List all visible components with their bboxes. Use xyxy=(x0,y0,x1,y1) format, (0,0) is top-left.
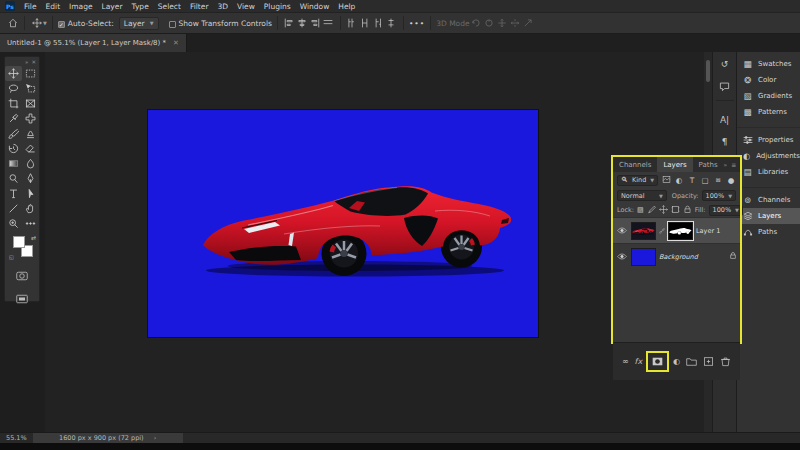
layer-thumbnail[interactable] xyxy=(631,248,656,266)
menu-layer[interactable]: Layer xyxy=(102,2,123,11)
distribute-left-icon[interactable] xyxy=(346,17,359,30)
panel-properties[interactable]: Properties xyxy=(737,132,800,148)
lock-artboard-icon[interactable] xyxy=(671,205,680,216)
layer-row-background[interactable]: Background xyxy=(613,243,740,269)
lock-all-icon[interactable] xyxy=(683,205,692,216)
foreground-color-swatch[interactable] xyxy=(13,236,25,248)
menu-image[interactable]: Image xyxy=(69,2,93,11)
panel-layers[interactable]: Layers xyxy=(737,208,800,224)
menu-window[interactable]: Window xyxy=(300,2,330,11)
tab-paths[interactable]: Paths xyxy=(693,157,724,172)
panel-menu-icon[interactable]: ≡ xyxy=(731,161,736,168)
more-options-icon[interactable]: ••• xyxy=(409,19,425,28)
layer-name[interactable]: Background xyxy=(659,253,698,261)
brush-tool[interactable] xyxy=(5,126,22,141)
clone-stamp-tool[interactable] xyxy=(22,126,39,141)
type-tool[interactable] xyxy=(5,186,22,201)
panel-patterns[interactable]: ▩ Patterns xyxy=(737,104,800,120)
visibility-eye-icon[interactable] xyxy=(616,227,628,234)
layer-name[interactable]: Layer 1 xyxy=(696,227,720,235)
move-tool-icon[interactable] xyxy=(30,17,43,30)
move-tool[interactable] xyxy=(5,66,22,81)
close-panel-icon[interactable]: ✕ xyxy=(31,59,36,65)
default-colors-icon[interactable]: ◱ xyxy=(9,254,14,260)
paragraph-panel-icon[interactable]: ¶ xyxy=(716,134,734,150)
link-layers-icon[interactable]: ∞ xyxy=(622,357,629,366)
layer-styles-icon[interactable]: fx xyxy=(635,357,643,366)
history-brush-tool[interactable] xyxy=(5,141,22,156)
panel-swatches[interactable]: ▦ Swatches xyxy=(737,56,800,72)
align-left-edges-icon[interactable] xyxy=(283,17,296,30)
filter-smart-objects-icon[interactable]: ⧈ xyxy=(713,175,723,185)
scrollbar-thumb[interactable] xyxy=(706,60,710,82)
filter-toggle-icon[interactable]: ● xyxy=(726,176,736,185)
character-panel-icon[interactable]: A| xyxy=(716,112,734,128)
collapse-panel-icon[interactable]: » xyxy=(25,59,28,65)
opacity-dropdown[interactable]: 100% ▼ xyxy=(702,190,736,201)
close-tab-icon[interactable]: ✕ xyxy=(173,39,179,47)
screen-mode-button[interactable] xyxy=(16,289,28,308)
hand-tool[interactable] xyxy=(22,201,39,216)
line-tool[interactable] xyxy=(5,201,22,216)
history-panel-icon[interactable]: ↺ xyxy=(716,56,734,72)
menu-3d[interactable]: 3D xyxy=(217,2,228,11)
distribute-vertical-icon[interactable] xyxy=(385,17,398,30)
layer-mask-thumbnail[interactable] xyxy=(668,222,693,240)
chevron-down-icon[interactable]: ▼ xyxy=(43,20,47,26)
panel-color[interactable]: ❂ Color xyxy=(737,72,800,88)
chevron-right-icon[interactable]: › xyxy=(154,434,157,442)
menu-edit[interactable]: Edit xyxy=(46,2,61,11)
panel-adjustments[interactable]: ◐ Adjustments xyxy=(737,148,800,164)
add-layer-mask-button[interactable] xyxy=(648,353,667,370)
menu-type[interactable]: Type xyxy=(132,2,149,11)
filter-adjustment-layers-icon[interactable]: ◐ xyxy=(674,176,684,185)
distribute-center-icon[interactable] xyxy=(359,17,372,30)
tab-channels[interactable]: Channels xyxy=(613,157,657,172)
panel-libraries[interactable]: ▤ Libraries xyxy=(737,164,800,180)
visibility-eye-icon[interactable] xyxy=(616,253,628,260)
align-right-edges-icon[interactable] xyxy=(309,17,322,30)
canvas[interactable] xyxy=(148,110,538,337)
document-tab[interactable]: Untitled-1 @ 55.1% (Layer 1, Layer Mask/… xyxy=(0,34,187,52)
object-selection-tool[interactable] xyxy=(22,81,39,96)
delete-layer-icon[interactable] xyxy=(720,356,731,367)
quick-mask-mode-button[interactable] xyxy=(16,266,28,285)
blur-tool[interactable] xyxy=(22,156,39,171)
panel-gradients[interactable]: ▧ Gradients xyxy=(737,88,800,104)
path-selection-tool[interactable] xyxy=(22,186,39,201)
lock-position-icon[interactable] xyxy=(659,205,668,216)
home-icon[interactable] xyxy=(6,17,19,30)
pen-tool[interactable] xyxy=(22,171,39,186)
filter-type-dropdown[interactable]: 🔍︎ Kind ▼ xyxy=(617,175,658,186)
menu-help[interactable]: Help xyxy=(338,2,355,11)
edit-toolbar-icon[interactable] xyxy=(22,216,39,231)
align-horizontal-centers-icon[interactable] xyxy=(296,17,309,30)
blend-mode-dropdown[interactable]: Normal ▼ xyxy=(617,190,667,201)
rectangular-marquee-tool[interactable] xyxy=(22,66,39,81)
comments-panel-icon[interactable] xyxy=(716,78,734,94)
layer-thumbnail[interactable] xyxy=(631,222,656,240)
auto-select-checkbox[interactable]: ✓ xyxy=(58,21,65,28)
align-top-edges-icon[interactable] xyxy=(322,17,335,30)
menu-select[interactable]: Select xyxy=(158,2,181,11)
fill-dropdown[interactable]: 100% ▼ xyxy=(709,205,743,216)
panel-channels[interactable]: ⊚ Channels xyxy=(737,192,800,208)
lasso-tool[interactable] xyxy=(5,81,22,96)
zoom-tool[interactable] xyxy=(5,216,22,231)
menu-plugins[interactable]: Plugins xyxy=(264,2,291,11)
menu-view[interactable]: View xyxy=(237,2,255,11)
panel-paths[interactable]: Paths xyxy=(737,224,800,240)
menu-file[interactable]: File xyxy=(24,2,37,11)
auto-select-target-dropdown[interactable]: Layer ▼ xyxy=(119,17,159,30)
new-layer-icon[interactable] xyxy=(703,356,714,367)
new-group-icon[interactable] xyxy=(686,356,697,367)
tab-layers[interactable]: Layers xyxy=(657,157,692,172)
eraser-tool[interactable] xyxy=(22,141,39,156)
mask-link-icon[interactable]: 🔗︎ xyxy=(659,227,665,234)
show-transform-checkbox[interactable] xyxy=(169,21,176,28)
swap-colors-icon[interactable]: ⇄ xyxy=(31,234,36,241)
layer-row-layer1[interactable]: 🔗︎ Layer 1 xyxy=(613,217,740,243)
crop-tool[interactable] xyxy=(5,96,22,111)
lock-paint-icon[interactable] xyxy=(647,205,656,216)
filter-type-layers-icon[interactable]: T xyxy=(687,176,697,185)
